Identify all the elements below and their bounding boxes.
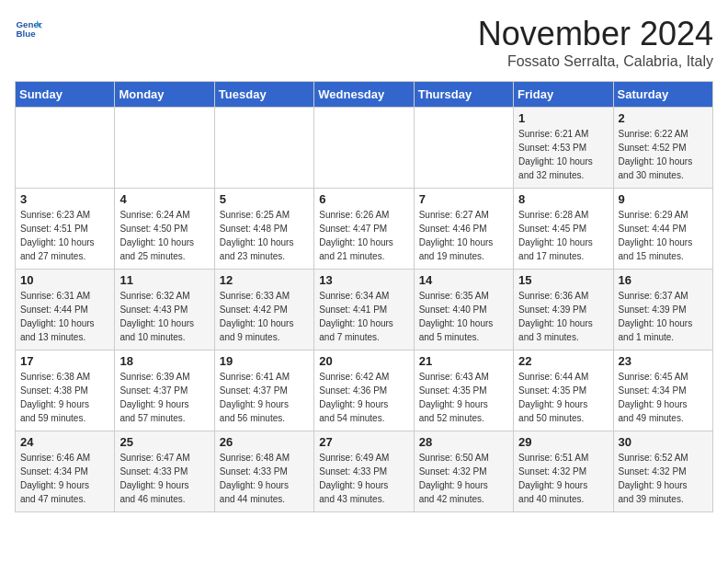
day-info: Sunrise: 6:24 AM Sunset: 4:50 PM Dayligh… bbox=[119, 208, 209, 263]
day-number: 2 bbox=[619, 111, 708, 125]
month-title: November 2024 bbox=[478, 15, 713, 53]
calendar-cell: 28Sunrise: 6:50 AM Sunset: 4:32 PM Dayli… bbox=[414, 431, 513, 512]
day-number: 22 bbox=[518, 354, 608, 368]
day-number: 7 bbox=[419, 192, 508, 206]
day-info: Sunrise: 6:31 AM Sunset: 4:44 PM Dayligh… bbox=[20, 289, 109, 344]
day-number: 24 bbox=[20, 435, 109, 449]
calendar-cell: 29Sunrise: 6:51 AM Sunset: 4:32 PM Dayli… bbox=[514, 431, 613, 512]
day-info: Sunrise: 6:44 AM Sunset: 4:35 PM Dayligh… bbox=[518, 370, 608, 425]
day-number: 12 bbox=[220, 273, 309, 287]
calendar-cell bbox=[115, 108, 214, 189]
calendar-cell: 16Sunrise: 6:37 AM Sunset: 4:39 PM Dayli… bbox=[613, 270, 712, 350]
day-info: Sunrise: 6:25 AM Sunset: 4:48 PM Dayligh… bbox=[220, 208, 309, 263]
day-number: 18 bbox=[119, 354, 209, 368]
calendar-cell: 12Sunrise: 6:33 AM Sunset: 4:42 PM Dayli… bbox=[214, 270, 313, 350]
calendar-cell: 30Sunrise: 6:52 AM Sunset: 4:32 PM Dayli… bbox=[613, 431, 712, 512]
day-number: 15 bbox=[518, 273, 608, 287]
calendar-week-row: 3Sunrise: 6:23 AM Sunset: 4:51 PM Daylig… bbox=[16, 189, 713, 270]
calendar-cell: 4Sunrise: 6:24 AM Sunset: 4:50 PM Daylig… bbox=[115, 189, 214, 270]
weekday-header: Monday bbox=[115, 82, 214, 108]
calendar-week-row: 1Sunrise: 6:21 AM Sunset: 4:53 PM Daylig… bbox=[16, 108, 713, 189]
calendar-cell: 20Sunrise: 6:42 AM Sunset: 4:36 PM Dayli… bbox=[314, 350, 414, 431]
day-info: Sunrise: 6:28 AM Sunset: 4:45 PM Dayligh… bbox=[518, 208, 608, 263]
calendar-cell: 5Sunrise: 6:25 AM Sunset: 4:48 PM Daylig… bbox=[214, 189, 313, 270]
calendar-cell bbox=[314, 108, 414, 189]
day-number: 10 bbox=[20, 273, 109, 287]
calendar-cell: 13Sunrise: 6:34 AM Sunset: 4:41 PM Dayli… bbox=[314, 270, 414, 350]
calendar-cell: 14Sunrise: 6:35 AM Sunset: 4:40 PM Dayli… bbox=[414, 270, 513, 350]
calendar-cell: 8Sunrise: 6:28 AM Sunset: 4:45 PM Daylig… bbox=[514, 189, 613, 270]
calendar-cell: 7Sunrise: 6:27 AM Sunset: 4:46 PM Daylig… bbox=[414, 189, 513, 270]
day-info: Sunrise: 6:42 AM Sunset: 4:36 PM Dayligh… bbox=[319, 370, 408, 425]
day-info: Sunrise: 6:45 AM Sunset: 4:34 PM Dayligh… bbox=[619, 370, 708, 425]
day-number: 29 bbox=[518, 435, 608, 449]
day-info: Sunrise: 6:41 AM Sunset: 4:37 PM Dayligh… bbox=[220, 370, 309, 425]
day-info: Sunrise: 6:27 AM Sunset: 4:46 PM Dayligh… bbox=[419, 208, 508, 263]
day-number: 27 bbox=[319, 435, 408, 449]
day-number: 16 bbox=[619, 273, 708, 287]
calendar-week-row: 24Sunrise: 6:46 AM Sunset: 4:34 PM Dayli… bbox=[16, 431, 713, 512]
day-info: Sunrise: 6:43 AM Sunset: 4:35 PM Dayligh… bbox=[419, 370, 508, 425]
day-info: Sunrise: 6:21 AM Sunset: 4:53 PM Dayligh… bbox=[518, 127, 608, 182]
weekday-header-row: SundayMondayTuesdayWednesdayThursdayFrid… bbox=[16, 82, 713, 108]
day-info: Sunrise: 6:35 AM Sunset: 4:40 PM Dayligh… bbox=[419, 289, 508, 344]
logo-icon: General Blue bbox=[15, 15, 42, 42]
day-info: Sunrise: 6:47 AM Sunset: 4:33 PM Dayligh… bbox=[119, 451, 209, 506]
day-number: 8 bbox=[518, 192, 608, 206]
calendar-cell: 9Sunrise: 6:29 AM Sunset: 4:44 PM Daylig… bbox=[613, 189, 712, 270]
day-number: 19 bbox=[220, 354, 309, 368]
day-info: Sunrise: 6:37 AM Sunset: 4:39 PM Dayligh… bbox=[619, 289, 708, 344]
calendar-cell: 27Sunrise: 6:49 AM Sunset: 4:33 PM Dayli… bbox=[314, 431, 414, 512]
calendar-cell: 18Sunrise: 6:39 AM Sunset: 4:37 PM Dayli… bbox=[115, 350, 214, 431]
day-number: 6 bbox=[319, 192, 408, 206]
calendar-cell bbox=[414, 108, 513, 189]
day-info: Sunrise: 6:36 AM Sunset: 4:39 PM Dayligh… bbox=[518, 289, 608, 344]
day-info: Sunrise: 6:51 AM Sunset: 4:32 PM Dayligh… bbox=[518, 451, 608, 506]
day-number: 11 bbox=[119, 273, 209, 287]
day-number: 25 bbox=[119, 435, 209, 449]
day-number: 3 bbox=[20, 192, 109, 206]
day-number: 17 bbox=[20, 354, 109, 368]
calendar-cell bbox=[16, 108, 115, 189]
day-number: 26 bbox=[220, 435, 309, 449]
day-info: Sunrise: 6:26 AM Sunset: 4:47 PM Dayligh… bbox=[319, 208, 408, 263]
day-number: 5 bbox=[220, 192, 309, 206]
day-number: 28 bbox=[419, 435, 508, 449]
calendar-week-row: 10Sunrise: 6:31 AM Sunset: 4:44 PM Dayli… bbox=[16, 270, 713, 350]
day-info: Sunrise: 6:52 AM Sunset: 4:32 PM Dayligh… bbox=[619, 451, 708, 506]
weekday-header: Thursday bbox=[414, 82, 513, 108]
day-number: 9 bbox=[619, 192, 708, 206]
weekday-header: Friday bbox=[514, 82, 613, 108]
calendar-cell: 15Sunrise: 6:36 AM Sunset: 4:39 PM Dayli… bbox=[514, 270, 613, 350]
day-info: Sunrise: 6:29 AM Sunset: 4:44 PM Dayligh… bbox=[619, 208, 708, 263]
calendar-cell: 25Sunrise: 6:47 AM Sunset: 4:33 PM Dayli… bbox=[115, 431, 214, 512]
calendar-cell: 10Sunrise: 6:31 AM Sunset: 4:44 PM Dayli… bbox=[16, 270, 115, 350]
day-info: Sunrise: 6:34 AM Sunset: 4:41 PM Dayligh… bbox=[319, 289, 408, 344]
page-header: General Blue November 2024 Fossato Serra… bbox=[15, 15, 713, 70]
day-number: 20 bbox=[319, 354, 408, 368]
day-number: 23 bbox=[619, 354, 708, 368]
title-area: November 2024 Fossato Serralta, Calabria… bbox=[478, 15, 713, 70]
day-info: Sunrise: 6:38 AM Sunset: 4:38 PM Dayligh… bbox=[20, 370, 109, 425]
svg-text:Blue: Blue bbox=[17, 29, 37, 39]
calendar-cell: 19Sunrise: 6:41 AM Sunset: 4:37 PM Dayli… bbox=[214, 350, 313, 431]
day-info: Sunrise: 6:50 AM Sunset: 4:32 PM Dayligh… bbox=[419, 451, 508, 506]
weekday-header: Tuesday bbox=[214, 82, 313, 108]
weekday-header: Wednesday bbox=[314, 82, 414, 108]
day-info: Sunrise: 6:48 AM Sunset: 4:33 PM Dayligh… bbox=[220, 451, 309, 506]
calendar-cell: 1Sunrise: 6:21 AM Sunset: 4:53 PM Daylig… bbox=[514, 108, 613, 189]
day-number: 4 bbox=[119, 192, 209, 206]
calendar-cell: 24Sunrise: 6:46 AM Sunset: 4:34 PM Dayli… bbox=[16, 431, 115, 512]
day-number: 21 bbox=[419, 354, 508, 368]
calendar-cell bbox=[214, 108, 313, 189]
calendar-cell: 22Sunrise: 6:44 AM Sunset: 4:35 PM Dayli… bbox=[514, 350, 613, 431]
day-number: 30 bbox=[619, 435, 708, 449]
day-number: 1 bbox=[518, 111, 608, 125]
calendar-cell: 26Sunrise: 6:48 AM Sunset: 4:33 PM Dayli… bbox=[214, 431, 313, 512]
calendar-table: SundayMondayTuesdayWednesdayThursdayFrid… bbox=[15, 81, 713, 512]
day-info: Sunrise: 6:23 AM Sunset: 4:51 PM Dayligh… bbox=[20, 208, 109, 263]
calendar-cell: 2Sunrise: 6:22 AM Sunset: 4:52 PM Daylig… bbox=[613, 108, 712, 189]
weekday-header: Sunday bbox=[16, 82, 115, 108]
calendar-cell: 17Sunrise: 6:38 AM Sunset: 4:38 PM Dayli… bbox=[16, 350, 115, 431]
day-info: Sunrise: 6:39 AM Sunset: 4:37 PM Dayligh… bbox=[119, 370, 209, 425]
